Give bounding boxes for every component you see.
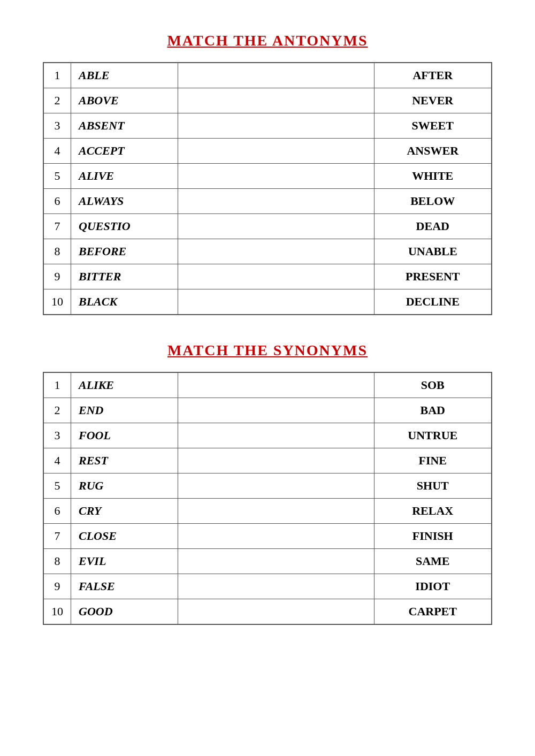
antonyms-title: MATCH THE ANTONYMS: [43, 32, 492, 49]
left-word: ABSENT: [71, 113, 178, 139]
middle-cell: [178, 239, 374, 264]
row-number: 10: [43, 289, 71, 315]
row-number: 1: [43, 372, 71, 398]
right-word: DEAD: [374, 214, 492, 239]
left-word: ALWAYS: [71, 189, 178, 214]
row-number: 10: [43, 599, 71, 625]
table-row: 6 ALWAYS BELOW: [43, 189, 492, 214]
right-word: AFTER: [374, 63, 492, 88]
table-row: 10 BLACK DECLINE: [43, 289, 492, 315]
table-row: 7 QUESTIO DEAD: [43, 214, 492, 239]
left-word: GOOD: [71, 599, 178, 625]
row-number: 5: [43, 474, 71, 499]
table-row: 2 ABOVE NEVER: [43, 88, 492, 113]
left-word: QUESTIO: [71, 214, 178, 239]
synonyms-table: 1 ALIKE SOB 2 END BAD 3 FOOL UNTRUE 4 RE…: [43, 372, 492, 625]
right-word: UNTRUE: [374, 423, 492, 448]
middle-cell: [178, 448, 374, 474]
left-word: END: [71, 398, 178, 423]
right-word: SAME: [374, 549, 492, 574]
table-row: 1 ABLE AFTER: [43, 63, 492, 88]
row-number: 5: [43, 164, 71, 189]
middle-cell: [178, 264, 374, 289]
row-number: 7: [43, 214, 71, 239]
middle-cell: [178, 574, 374, 599]
table-row: 9 FALSE IDIOT: [43, 574, 492, 599]
left-word: FOOL: [71, 423, 178, 448]
right-word: SHUT: [374, 474, 492, 499]
row-number: 8: [43, 549, 71, 574]
middle-cell: [178, 289, 374, 315]
left-word: ALIVE: [71, 164, 178, 189]
row-number: 9: [43, 574, 71, 599]
left-word: ACCEPT: [71, 139, 178, 164]
left-word: CRY: [71, 499, 178, 524]
right-word: UNABLE: [374, 239, 492, 264]
table-row: 5 ALIVE WHITE: [43, 164, 492, 189]
right-word: DECLINE: [374, 289, 492, 315]
right-word: BAD: [374, 398, 492, 423]
middle-cell: [178, 63, 374, 88]
synonyms-section: MATCH THE SYNONYMS 1 ALIKE SOB 2 END BAD…: [43, 342, 492, 625]
right-word: PRESENT: [374, 264, 492, 289]
middle-cell: [178, 524, 374, 549]
right-word: WHITE: [374, 164, 492, 189]
right-word: CARPET: [374, 599, 492, 625]
row-number: 3: [43, 113, 71, 139]
table-row: 3 FOOL UNTRUE: [43, 423, 492, 448]
row-number: 4: [43, 448, 71, 474]
left-word: CLOSE: [71, 524, 178, 549]
row-number: 1: [43, 63, 71, 88]
left-word: BITTER: [71, 264, 178, 289]
middle-cell: [178, 113, 374, 139]
right-word: RELAX: [374, 499, 492, 524]
right-word: IDIOT: [374, 574, 492, 599]
middle-cell: [178, 499, 374, 524]
table-row: 8 BEFORE UNABLE: [43, 239, 492, 264]
row-number: 3: [43, 423, 71, 448]
antonyms-table: 1 ABLE AFTER 2 ABOVE NEVER 3 ABSENT SWEE…: [43, 62, 492, 315]
middle-cell: [178, 398, 374, 423]
row-number: 2: [43, 398, 71, 423]
row-number: 4: [43, 139, 71, 164]
right-word: FINE: [374, 448, 492, 474]
left-word: ABLE: [71, 63, 178, 88]
left-word: BEFORE: [71, 239, 178, 264]
antonyms-section: MATCH THE ANTONYMS 1 ABLE AFTER 2 ABOVE …: [43, 32, 492, 315]
table-row: 4 ACCEPT ANSWER: [43, 139, 492, 164]
table-row: 4 REST FINE: [43, 448, 492, 474]
row-number: 2: [43, 88, 71, 113]
row-number: 6: [43, 499, 71, 524]
table-row: 3 ABSENT SWEET: [43, 113, 492, 139]
middle-cell: [178, 88, 374, 113]
left-word: BLACK: [71, 289, 178, 315]
row-number: 8: [43, 239, 71, 264]
middle-cell: [178, 549, 374, 574]
table-row: 8 EVIL SAME: [43, 549, 492, 574]
table-row: 7 CLOSE FINISH: [43, 524, 492, 549]
left-word: ALIKE: [71, 372, 178, 398]
middle-cell: [178, 372, 374, 398]
middle-cell: [178, 423, 374, 448]
row-number: 6: [43, 189, 71, 214]
table-row: 1 ALIKE SOB: [43, 372, 492, 398]
middle-cell: [178, 189, 374, 214]
left-word: RUG: [71, 474, 178, 499]
right-word: ANSWER: [374, 139, 492, 164]
table-row: 6 CRY RELAX: [43, 499, 492, 524]
row-number: 7: [43, 524, 71, 549]
table-row: 10 GOOD CARPET: [43, 599, 492, 625]
right-word: FINISH: [374, 524, 492, 549]
left-word: EVIL: [71, 549, 178, 574]
middle-cell: [178, 164, 374, 189]
table-row: 2 END BAD: [43, 398, 492, 423]
middle-cell: [178, 139, 374, 164]
left-word: REST: [71, 448, 178, 474]
middle-cell: [178, 474, 374, 499]
left-word: FALSE: [71, 574, 178, 599]
table-row: 5 RUG SHUT: [43, 474, 492, 499]
right-word: NEVER: [374, 88, 492, 113]
left-word: ABOVE: [71, 88, 178, 113]
right-word: BELOW: [374, 189, 492, 214]
right-word: SOB: [374, 372, 492, 398]
